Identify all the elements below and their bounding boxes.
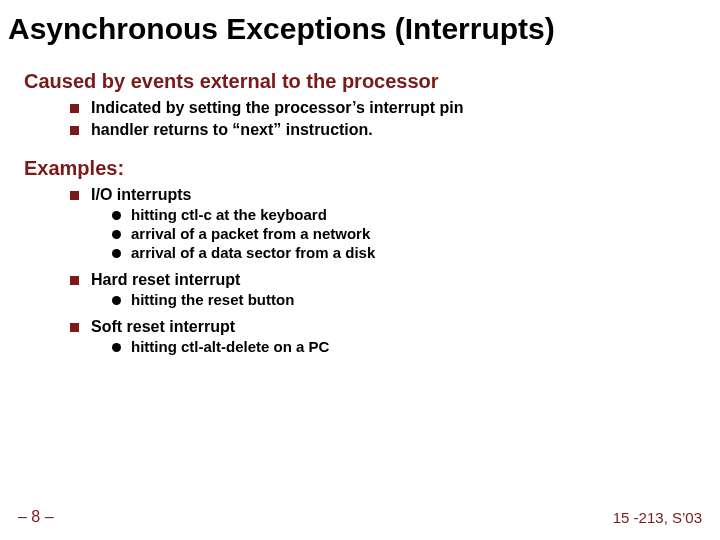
square-bullet-icon [70, 276, 79, 285]
bullet-item: I/O interrupts [70, 186, 720, 204]
bullet-text: Indicated by setting the processor’s int… [91, 99, 464, 117]
square-bullet-icon [70, 191, 79, 200]
square-bullet-icon [70, 323, 79, 332]
bullet-text: Hard reset interrupt [91, 271, 240, 289]
circle-bullet-icon [112, 230, 121, 239]
bullet-item: Soft reset interrupt [70, 318, 720, 336]
bullet-text: Soft reset interrupt [91, 318, 235, 336]
circle-bullet-icon [112, 296, 121, 305]
bullet-item: Indicated by setting the processor’s int… [70, 99, 720, 117]
bullet-item: handler returns to “next” instruction. [70, 121, 720, 139]
circle-bullet-icon [112, 343, 121, 352]
sub-bullet-item: arrival of a data sector from a disk [112, 244, 720, 261]
section-heading: Caused by events external to the process… [24, 70, 720, 93]
sub-bullet-text: hitting ctl-alt-delete on a PC [131, 338, 329, 355]
sub-bullet-text: arrival of a data sector from a disk [131, 244, 375, 261]
course-code: 15 -213, S’03 [613, 509, 702, 526]
bullet-item: Hard reset interrupt [70, 271, 720, 289]
circle-bullet-icon [112, 211, 121, 220]
sub-bullet-text: arrival of a packet from a network [131, 225, 370, 242]
square-bullet-icon [70, 126, 79, 135]
sub-bullet-item: hitting ctl-c at the keyboard [112, 206, 720, 223]
sub-bullet-item: hitting ctl-alt-delete on a PC [112, 338, 720, 355]
sub-bullet-item: arrival of a packet from a network [112, 225, 720, 242]
circle-bullet-icon [112, 249, 121, 258]
sub-bullet-text: hitting ctl-c at the keyboard [131, 206, 327, 223]
page-number: – 8 – [18, 508, 54, 526]
bullet-text: handler returns to “next” instruction. [91, 121, 373, 139]
slide-title: Asynchronous Exceptions (Interrupts) [0, 0, 720, 52]
bullet-text: I/O interrupts [91, 186, 191, 204]
section-heading: Examples: [24, 157, 720, 180]
sub-bullet-item: hitting the reset button [112, 291, 720, 308]
sub-bullet-text: hitting the reset button [131, 291, 294, 308]
square-bullet-icon [70, 104, 79, 113]
slide: Asynchronous Exceptions (Interrupts) Cau… [0, 0, 720, 540]
